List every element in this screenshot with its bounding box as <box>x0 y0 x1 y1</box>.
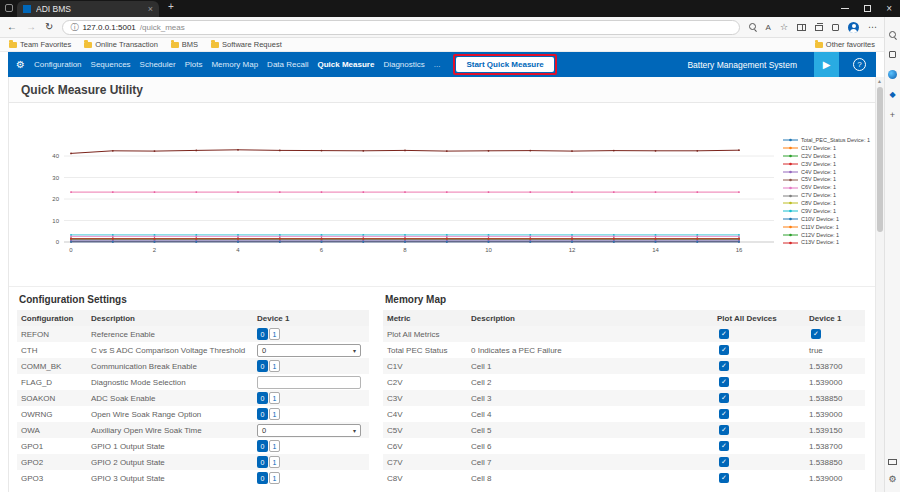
nav-item-quick-measure[interactable]: Quick Measure <box>317 60 374 69</box>
soakon-toggle-option-0[interactable]: 0 <box>257 392 268 404</box>
legend-item[interactable]: C5V Device: 1 <box>783 176 870 183</box>
legend-item[interactable]: C3V Device: 1 <box>783 161 870 168</box>
new-tab-button[interactable]: + <box>168 2 174 12</box>
plot-checkbox-checked[interactable]: ✓ <box>719 345 729 355</box>
gpo3-toggle-option-1[interactable]: 1 <box>269 472 280 484</box>
metric-description: Cell 5 <box>467 422 713 438</box>
plot-checkbox-checked[interactable]: ✓ <box>719 377 729 387</box>
read-aloud-icon[interactable]: A <box>766 23 771 32</box>
workspaces-icon[interactable] <box>5 4 13 12</box>
owrng-toggle-option-0[interactable]: 0 <box>257 408 268 420</box>
plot-checkbox-checked[interactable]: ✓ <box>719 361 729 371</box>
settings-menu-icon[interactable]: ⋯ <box>868 22 877 32</box>
favorite-item[interactable]: Team Favorites <box>9 40 71 49</box>
help-button[interactable]: ? <box>853 58 866 71</box>
legend-item[interactable]: C1V Device: 1 <box>783 145 870 152</box>
plot-checkbox-checked[interactable]: ✓ <box>719 409 729 419</box>
other-favorites[interactable]: Other favorites <box>815 40 875 49</box>
legend-label: C11V Device: 1 <box>801 224 839 231</box>
window-close-button[interactable]: × <box>886 4 892 14</box>
zoom-search-icon[interactable] <box>749 23 757 31</box>
favorite-item[interactable]: Online Transaction <box>84 40 158 49</box>
plot-checkbox-checked[interactable]: ✓ <box>719 425 729 435</box>
favorites-star-icon[interactable]: ☆ <box>780 22 788 32</box>
page-scrollbar[interactable]: ▲ <box>876 77 884 492</box>
gpo2-toggle-option-0[interactable]: 0 <box>257 456 268 468</box>
legend-item[interactable]: C7V Device: 1 <box>783 192 870 199</box>
site-info-icon[interactable]: ⓘ <box>70 22 78 33</box>
nav-item-plots[interactable]: Plots <box>185 60 203 69</box>
quick-measure-chart[interactable]: 0102030400246810121416 <box>9 131 781 266</box>
gpo1-toggle-option-1[interactable]: 1 <box>269 440 280 452</box>
metric-name: C3V <box>383 390 467 406</box>
table-row: CTHC vs S ADC Comparison Voltage Thresho… <box>17 342 369 358</box>
extensions-icon[interactable] <box>832 24 839 31</box>
sidebar-devices-icon[interactable] <box>888 459 897 465</box>
run-play-button[interactable]: ▶ <box>814 52 839 77</box>
collections-icon[interactable] <box>815 25 823 31</box>
favorite-item[interactable]: Software Request <box>211 40 282 49</box>
gpo1-toggle-option-0[interactable]: 0 <box>257 440 268 452</box>
scrollbar-up-arrow[interactable]: ▲ <box>877 79 882 84</box>
sidebar-shopping-icon[interactable] <box>889 51 896 58</box>
browser-tab[interactable]: ADI BMS × <box>17 1 159 17</box>
nav-item-diagnostics[interactable]: Diagnostics <box>383 60 424 69</box>
refon-toggle-option-0[interactable]: 0 <box>257 328 268 340</box>
legend-item[interactable]: C2V Device: 1 <box>783 153 870 160</box>
plot-checkbox-checked[interactable]: ✓ <box>719 457 729 467</box>
nav-item-scheduler[interactable]: Scheduler <box>140 60 176 69</box>
legend-item[interactable]: C9V Device: 1 <box>783 208 870 215</box>
plot-checkbox-checked[interactable]: ✓ <box>719 329 729 339</box>
plot-checkbox-checked[interactable]: ✓ <box>719 473 729 483</box>
legend-item[interactable]: C12V Device: 1 <box>783 232 870 239</box>
flag_d-input[interactable] <box>257 376 361 389</box>
cth-select[interactable]: 0▾ <box>257 344 361 357</box>
refresh-button[interactable]: ↻ <box>45 22 53 32</box>
nav-overflow-ellipsis[interactable]: ... <box>434 60 441 69</box>
sidebar-games-icon[interactable]: ◆ <box>889 91 895 99</box>
legend-item[interactable]: C4V Device: 1 <box>783 169 870 176</box>
sidebar-add-icon[interactable]: + <box>890 111 895 120</box>
start-quick-measure-button[interactable]: Start Quick Measure <box>456 57 553 72</box>
owrng-toggle-option-1[interactable]: 1 <box>269 408 280 420</box>
gpo2-toggle-option-1[interactable]: 1 <box>269 456 280 468</box>
comm_bk-toggle-option-1[interactable]: 1 <box>269 360 280 372</box>
legend-item[interactable]: C10V Device: 1 <box>783 216 870 223</box>
back-button[interactable]: ← <box>7 22 17 32</box>
forward-button[interactable]: → <box>26 22 36 32</box>
window-maximize-button[interactable] <box>864 5 871 12</box>
scrollbar-thumb[interactable] <box>877 87 883 232</box>
nav-item-memory-map[interactable]: Memory Map <box>211 60 258 69</box>
sidebar-search-icon[interactable] <box>889 31 897 39</box>
gpo3-toggle-option-0[interactable]: 0 <box>257 472 268 484</box>
device1-checkbox-checked[interactable]: ✓ <box>811 329 821 339</box>
plot-checkbox-checked[interactable]: ✓ <box>719 441 729 451</box>
refon-toggle-option-1[interactable]: 1 <box>269 328 280 340</box>
svg-text:4: 4 <box>236 247 240 253</box>
nav-item-sequences[interactable]: Sequences <box>91 60 131 69</box>
config-name: OWRNG <box>17 406 87 422</box>
tab-close-icon[interactable]: × <box>148 5 153 14</box>
legend-item[interactable]: Total_PEC_Status Device: 1 <box>783 137 870 144</box>
soakon-toggle-option-1[interactable]: 1 <box>269 392 280 404</box>
window-minimize-button[interactable] <box>841 8 849 9</box>
favorite-item[interactable]: BMS <box>171 40 198 49</box>
nav-item-configuration[interactable]: Configuration <box>34 60 82 69</box>
legend-item[interactable]: C13V Device: 1 <box>783 239 870 246</box>
nav-item-data-recall[interactable]: Data Recall <box>267 60 308 69</box>
owa-select[interactable]: 0▾ <box>257 424 361 437</box>
metric-description: Cell 4 <box>467 406 713 422</box>
profile-avatar[interactable] <box>848 22 859 33</box>
app-settings-gear-icon[interactable]: ⚙ <box>16 60 25 70</box>
legend-item[interactable]: C6V Device: 1 <box>783 184 870 191</box>
plot-checkbox-checked[interactable]: ✓ <box>719 393 729 403</box>
sidebar-settings-icon[interactable]: ⚙ <box>888 475 896 484</box>
address-bar[interactable]: ⓘ 127.0.0.1:5001 /quick_meas <box>62 20 739 35</box>
legend-item[interactable]: C11V Device: 1 <box>783 224 870 231</box>
comm_bk-toggle-option-0[interactable]: 0 <box>257 360 268 372</box>
copilot-icon[interactable] <box>888 70 897 79</box>
config-description: C vs S ADC Comparison Voltage Threshold <box>87 342 253 358</box>
svg-text:10: 10 <box>52 218 59 224</box>
legend-item[interactable]: C8V Device: 1 <box>783 200 870 207</box>
split-screen-icon[interactable] <box>797 24 806 31</box>
